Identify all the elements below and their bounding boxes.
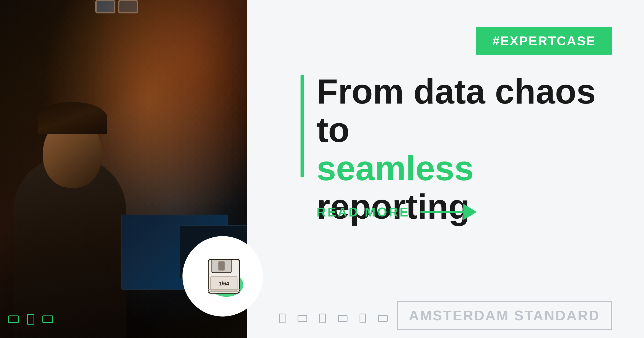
- floppy-circle: 1/64: [182, 236, 263, 317]
- arrow-line: [420, 211, 463, 213]
- nav-dot-right-3[interactable]: [319, 314, 326, 323]
- tag-badge: #EXPERTCASE: [476, 27, 612, 55]
- floppy-icon: 1/64: [199, 252, 247, 300]
- heading-green: seamless: [317, 149, 474, 188]
- page-container: 1/64 #EXPERTCASE From data chaos to seam…: [0, 0, 644, 338]
- heading-line1: From data chaos to: [317, 72, 612, 149]
- photo-panel: 1/64: [0, 0, 247, 338]
- main-heading: From data chaos to seamless reporting: [317, 72, 612, 226]
- svg-rect-3: [218, 261, 225, 270]
- nav-dots-bottom: [279, 314, 388, 323]
- nav-dot-2[interactable]: [27, 314, 34, 325]
- arrow-head: [463, 204, 477, 220]
- read-more-link[interactable]: READ MORE: [317, 204, 477, 220]
- nav-dot-right-5[interactable]: [360, 314, 366, 323]
- tag-label: #EXPERTCASE: [492, 34, 596, 48]
- nav-dot-right-6[interactable]: [378, 315, 388, 322]
- nav-dot-right-1[interactable]: [279, 314, 286, 323]
- brand-logo: AMSTERDAM STANDARD: [397, 301, 612, 330]
- nav-dot-1[interactable]: [8, 315, 19, 323]
- read-more-text: READ MORE: [317, 205, 410, 219]
- nav-dot-right-4[interactable]: [338, 315, 347, 322]
- nav-dot-right-2[interactable]: [298, 315, 307, 322]
- accent-line: [301, 75, 304, 177]
- person-hair: [38, 102, 107, 134]
- person-glasses: [95, 0, 138, 11]
- nav-dots-left: [8, 314, 53, 325]
- svg-text:1/64: 1/64: [219, 281, 229, 286]
- nav-dot-3[interactable]: [42, 315, 53, 323]
- brand-name: AMSTERDAM STANDARD: [409, 308, 600, 323]
- read-more-arrow: [420, 204, 477, 220]
- content-panel: #EXPERTCASE From data chaos to seamless …: [247, 0, 644, 338]
